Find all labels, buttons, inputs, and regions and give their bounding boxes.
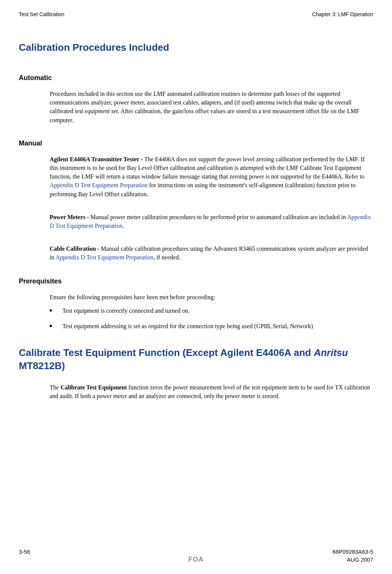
bullet-text: Test equipment is correctly connected an… (62, 306, 373, 315)
footer-bottom-row: FOA AUG 2007 (19, 556, 373, 563)
calibrate-heading-italic: Anritsu (314, 347, 348, 358)
calibrate-heading: Calibrate Test Equipment Function (Excep… (19, 346, 373, 373)
bullet-icon (50, 325, 52, 327)
calibrate-heading-post: MT8212B) (19, 360, 65, 371)
footer-top-row: 3-56 68P09283A63-5 (19, 548, 373, 555)
page-header: Test Set Calibration Chapter 3: LMF Oper… (19, 11, 373, 17)
list-item: Test equipment is correctly connected an… (50, 306, 373, 315)
prerequisites-heading: Prerequisites (19, 277, 373, 285)
bullet-text: Test equipment addressing is set as requ… (62, 322, 373, 330)
bullet-icon (50, 309, 52, 312)
manual-agilent-paragraph: Agilent E4406A Transmitter Tester - The … (50, 155, 373, 198)
calibrate-text-pre: The (50, 384, 61, 391)
list-item: Test equipment addressing is set as requ… (50, 322, 373, 330)
section-manual: Manual Agilent E4406A Transmitter Tester… (19, 139, 373, 262)
main-heading: Calibration Procedures Included (19, 42, 373, 53)
agilent-bold: Agilent E4406A Transmitter Tester - (50, 156, 144, 162)
power-bold: Power Meters - (50, 214, 91, 220)
header-chapter-title: Chapter 3: LMF Operation (312, 11, 373, 17)
automatic-heading: Automatic (19, 74, 373, 82)
footer-page-number: 3-56 (19, 548, 30, 555)
calibrate-heading-pre: Calibrate Test Equipment Function (Excep… (19, 347, 314, 358)
cable-bold: Cable Calibration - (50, 245, 101, 252)
power-text-pre: Manual power meter calibration procedure… (91, 214, 347, 220)
section-automatic: Automatic Procedures included in this se… (19, 74, 373, 124)
agilent-link[interactable]: Appendix D Test Equipment Preparation (50, 182, 148, 188)
prerequisites-intro: Ensure the following prerequisites have … (50, 293, 373, 301)
footer-foa-label: FOA (188, 556, 204, 563)
manual-heading: Manual (19, 139, 373, 147)
footer-document-number: 68P09283A63-5 (333, 548, 373, 555)
automatic-paragraph: Procedures included in this section use … (50, 89, 373, 124)
cable-text-post: , if needed. (153, 254, 180, 260)
calibrate-paragraph: The Calibrate Test Equipment function ze… (50, 383, 373, 400)
section-prerequisites: Prerequisites Ensure the following prere… (19, 277, 373, 330)
calibrate-bold: Calibrate Test Equipment (61, 384, 127, 391)
power-text-post: . (123, 223, 124, 229)
header-section-title: Test Set Calibration (19, 11, 64, 17)
cable-link[interactable]: Appendix D Test Equipment Preparation (56, 254, 154, 260)
footer-date: AUG 2007 (347, 556, 373, 563)
prerequisites-list: Test equipment is correctly connected an… (50, 306, 373, 330)
manual-cable-paragraph: Cable Calibration - Manual cable calibra… (50, 244, 373, 262)
page-footer: 3-56 68P09283A63-5 FOA AUG 2007 (19, 548, 373, 563)
automatic-italic: test equipment set (75, 108, 118, 114)
manual-power-paragraph: Power Meters - Manual power meter calibr… (50, 213, 373, 230)
